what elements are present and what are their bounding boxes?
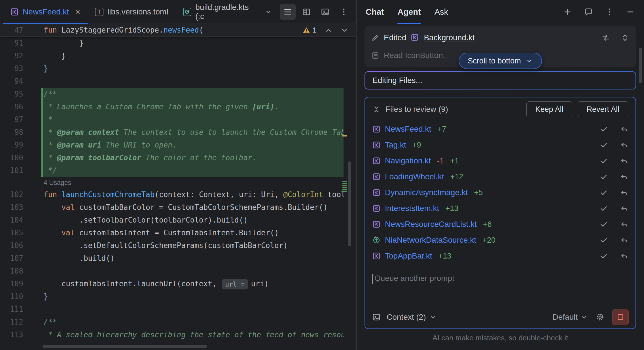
- chat-header-actions: [563, 0, 635, 24]
- chat-history-icon[interactable]: [584, 7, 593, 16]
- line-number: 107: [0, 252, 31, 265]
- diff-added-gutter-bar: [41, 164, 43, 177]
- interface-file-icon: [372, 236, 380, 244]
- keep-file-check-icon[interactable]: [600, 173, 608, 181]
- file-list: NewsFeed.kt+7Tag.kt+9Navigation.kt-1+1Lo…: [365, 121, 635, 267]
- show-diff-icon[interactable]: [601, 33, 610, 42]
- gradle-file-icon: G: [183, 8, 192, 16]
- revert-file-undo-icon[interactable]: [620, 189, 628, 197]
- line-number: 101: [0, 164, 31, 177]
- line-number: 104: [0, 214, 31, 227]
- stop-button[interactable]: [612, 309, 629, 325]
- context-selector[interactable]: Context (2): [387, 313, 437, 322]
- code-segment: .setDefaultColorSchemeParams(customTabBa…: [44, 241, 288, 250]
- file-link[interactable]: InterestsItem.kt: [385, 204, 439, 213]
- keep-file-check-icon[interactable]: [600, 236, 608, 244]
- code-text: /**: [41, 316, 344, 328]
- keep-file-check-icon[interactable]: [600, 141, 608, 149]
- attach-image-icon[interactable]: [372, 313, 381, 322]
- file-row-actions: [600, 141, 628, 149]
- new-chat-icon[interactable]: [563, 7, 572, 16]
- expand-collapse-icon[interactable]: [621, 33, 629, 42]
- line-number: 113: [0, 328, 31, 341]
- tab-ask[interactable]: Ask: [435, 0, 448, 24]
- warning-badge[interactable]: 1: [302, 26, 317, 35]
- revert-file-undo-icon[interactable]: [620, 125, 628, 133]
- additions-count: +9: [412, 141, 421, 150]
- keep-file-check-icon[interactable]: [600, 157, 608, 165]
- tab-chat[interactable]: Chat: [366, 0, 384, 24]
- code-text: [41, 303, 344, 316]
- line-number: 106: [0, 239, 31, 252]
- collapse-icon[interactable]: [372, 105, 380, 113]
- file-link[interactable]: NiaNetworkDataSource.kt: [385, 236, 476, 245]
- previous-problem-icon[interactable]: [325, 26, 332, 34]
- hide-panel-icon[interactable]: [626, 7, 635, 16]
- chat-scrollbar[interactable]: [639, 48, 642, 83]
- editor-vertical-scrollbar[interactable]: [348, 161, 351, 246]
- review-title: Files to review (9): [385, 105, 448, 114]
- code-segment: .build(): [44, 254, 115, 262]
- line-number: 105: [0, 227, 31, 239]
- edited-file-link[interactable]: Background.kt: [424, 33, 474, 42]
- scroll-to-bottom-button[interactable]: Scroll to bottom: [459, 53, 542, 69]
- revert-file-undo-icon[interactable]: [620, 252, 628, 260]
- change-stripe-mark[interactable]: [342, 187, 347, 188]
- keep-all-button[interactable]: Keep All: [526, 101, 572, 117]
- warning-stripe-mark[interactable]: [342, 135, 347, 136]
- tab-build-gradle-kts[interactable]: G build.gradle.kts (:c: [176, 0, 280, 24]
- file-link[interactable]: Tag.kt: [385, 140, 406, 150]
- tab-close-icon[interactable]: ×: [75, 8, 80, 16]
- settings-gear-icon[interactable]: [595, 312, 605, 322]
- revert-file-undo-icon[interactable]: [620, 141, 628, 149]
- revert-all-button[interactable]: Revert All: [578, 101, 628, 117]
- file-row-actions: [600, 173, 628, 181]
- file-link[interactable]: NewsResourceCardList.kt: [385, 220, 477, 229]
- model-selector[interactable]: Default: [552, 313, 588, 322]
- change-stripe-mark[interactable]: [342, 191, 347, 192]
- code-text: * Launches a Custom Chrome Tab with the …: [41, 101, 344, 113]
- revert-file-undo-icon[interactable]: [620, 173, 628, 181]
- additions-count: +12: [450, 172, 463, 181]
- tab-newsfeed-kt[interactable]: NewsFeed.kt ×: [3, 0, 88, 24]
- revert-file-undo-icon[interactable]: [620, 157, 628, 165]
- editor-options-kebab-icon[interactable]: [336, 4, 352, 20]
- revert-file-undo-icon[interactable]: [620, 220, 628, 228]
- next-problem-icon[interactable]: [340, 26, 348, 34]
- line-number: 102: [0, 188, 31, 201]
- editor-horizontal-scrollbar[interactable]: [43, 345, 207, 348]
- change-stripe-mark[interactable]: [342, 189, 347, 190]
- keep-file-check-icon[interactable]: [600, 220, 608, 228]
- keep-file-check-icon[interactable]: [600, 204, 608, 212]
- file-link[interactable]: DynamicAsyncImage.kt: [385, 188, 468, 197]
- tab-libs-versions-toml[interactable]: T libs.versions.toml: [88, 0, 176, 24]
- code-segment: The URI to open.: [101, 141, 177, 149]
- screenshot-button[interactable]: [317, 4, 333, 20]
- usages-inlay-row[interactable]: 4 Usages: [0, 177, 356, 188]
- split-editor-button[interactable]: [298, 4, 314, 20]
- keep-file-check-icon[interactable]: [600, 252, 608, 260]
- code-line: 112/**: [0, 316, 356, 328]
- tab-agent[interactable]: Agent: [397, 0, 421, 24]
- revert-file-undo-icon[interactable]: [620, 204, 628, 212]
- text-caret: [372, 274, 373, 284]
- file-link[interactable]: NewsFeed.kt: [385, 125, 431, 134]
- code-text: }: [41, 37, 344, 50]
- list-view-button[interactable]: [280, 4, 296, 20]
- keep-file-check-icon[interactable]: [600, 125, 608, 133]
- more-options-kebab-icon[interactable]: [605, 7, 614, 16]
- tab-label: build.gradle.kts (:c: [195, 3, 259, 21]
- prompt-input[interactable]: Queue another prompt: [365, 267, 635, 306]
- keep-file-check-icon[interactable]: [600, 189, 608, 197]
- change-stripe-mark[interactable]: [342, 185, 347, 186]
- kotlin-file-icon: [372, 125, 380, 133]
- change-stripe-mark[interactable]: [342, 181, 347, 182]
- file-link[interactable]: Navigation.kt: [385, 156, 431, 165]
- code-editor[interactable]: 91 }92 }93}9495/**96 * Launches a Custom…: [0, 37, 356, 350]
- file-link[interactable]: TopAppBar.kt: [385, 251, 432, 261]
- change-stripe-mark[interactable]: [342, 183, 347, 184]
- revert-file-undo-icon[interactable]: [620, 236, 628, 244]
- chevron-down-icon[interactable]: [264, 8, 272, 16]
- file-link[interactable]: LoadingWheel.kt: [385, 172, 444, 181]
- sticky-code-line[interactable]: 47 fun LazyStaggeredGridScope.newsFeed( …: [0, 24, 356, 37]
